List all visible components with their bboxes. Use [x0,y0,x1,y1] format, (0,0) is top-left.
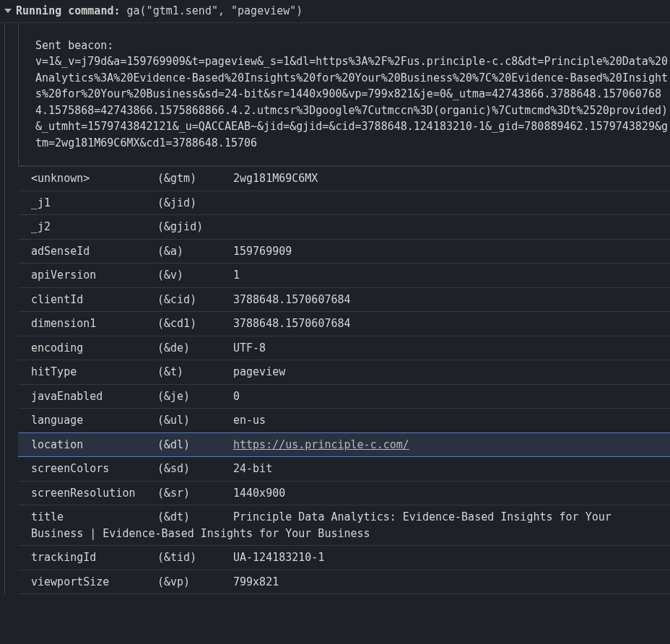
param-link[interactable]: https://us.principle-c.com/ [233,438,409,451]
param-code: (&je) [157,388,233,405]
param-code: (&jid) [157,195,233,212]
param-row[interactable]: dimension1(&cd1)3788648.1570607684 [18,312,670,336]
param-code: (&gtm) [157,170,233,187]
param-value [233,195,670,212]
param-name: location [31,437,157,453]
param-name: dimension1 [31,316,157,332]
param-value: en-us [233,412,670,429]
param-name: screenResolution [31,485,157,502]
param-code: (&sr) [157,485,233,502]
param-row[interactable]: javaEnabled(&je)0 [18,385,670,409]
param-row[interactable]: screenColors(&sd)24-bit [18,457,670,482]
param-row[interactable]: viewportSize(&vp)799x821 [18,570,670,595]
param-row[interactable]: title(&dt)Principle Data Analytics: Evid… [18,505,670,546]
param-row[interactable]: screenResolution(&sr)1440x900 [18,482,670,506]
param-table: <unknown>(&gtm)2wg181M69C6MX_j1(&jid)_j2… [18,166,670,594]
param-code: (&de) [157,340,233,357]
param-value: 0 [233,388,670,405]
param-value: https://us.principle-c.com/ [233,437,670,453]
chevron-down-icon [4,9,12,13]
param-code: (&gjid) [157,219,233,235]
param-name: clientId [31,292,157,308]
param-row[interactable]: location(&dl)https://us.principle-c.com/ [18,432,670,458]
param-row[interactable]: adSenseId(&a)159769909 [18,240,670,264]
param-value: UA-124183210-1 [233,549,670,566]
command-text: ga("gtm1.send", "pageview") [127,3,303,19]
param-row[interactable]: _j2(&gjid) [18,215,670,240]
param-row[interactable]: trackingId(&tid)UA-124183210-1 [18,546,670,570]
param-value: 3788648.1570607684 [233,316,670,332]
param-code: (&dt) [157,509,233,526]
param-code: (&cd1) [157,316,233,332]
beacon-text: v=1&_v=j79d&a=159769909&t=pageview&_s=1&… [35,53,670,151]
param-row[interactable]: _j1(&jid) [18,191,670,216]
param-code: (&sd) [157,461,233,477]
param-value: 3788648.1570607684 [233,292,670,308]
param-row[interactable]: clientId(&cid)3788648.1570607684 [18,288,670,313]
param-code: (&vp) [157,574,233,591]
param-value [233,219,670,235]
param-name: screenColors [31,461,157,477]
param-value: pageview [233,364,670,380]
beacon-block: Sent beacon: v=1&_v=j79d&a=159769909&t=p… [18,23,670,167]
command-header[interactable]: Running command: ga("gtm1.send", "pagevi… [0,0,670,23]
param-row[interactable]: apiVersion(&v)1 [18,264,670,288]
param-name: trackingId [31,549,157,566]
content-wrap: Sent beacon: v=1&_v=j79d&a=159769909&t=p… [4,23,670,595]
param-name: _j1 [31,195,157,212]
param-name: viewportSize [31,574,157,591]
command-label: Running command: [16,3,121,19]
param-row[interactable]: <unknown>(&gtm)2wg181M69C6MX [18,167,670,191]
param-code: (&ul) [157,412,233,429]
param-value: 1440x900 [233,485,670,502]
beacon-label: Sent beacon: [35,38,670,54]
param-code: (&tid) [157,549,233,566]
param-name: apiVersion [31,267,157,284]
param-name: language [31,412,157,429]
param-value: 2wg181M69C6MX [233,170,670,187]
param-row[interactable]: hitType(&t)pageview [18,360,670,385]
param-name: hitType [31,364,157,380]
param-name: <unknown> [31,170,157,187]
param-row[interactable]: encoding(&de)UTF-8 [18,336,670,361]
param-name: _j2 [31,219,157,235]
param-name: title [31,509,157,526]
param-code: (&dl) [157,437,233,453]
param-code: (&t) [157,364,233,380]
param-value: 159769909 [233,243,670,260]
param-name: adSenseId [31,243,157,260]
param-value: UTF-8 [233,340,670,357]
param-code: (&cid) [157,292,233,308]
param-row[interactable]: language(&ul)en-us [18,409,670,433]
param-value: 1 [233,267,670,284]
param-name: encoding [31,340,157,357]
param-code: (&v) [157,267,233,284]
param-value: 24-bit [233,461,670,477]
param-name: javaEnabled [31,388,157,405]
param-value: 799x821 [233,574,670,591]
param-code: (&a) [157,243,233,260]
